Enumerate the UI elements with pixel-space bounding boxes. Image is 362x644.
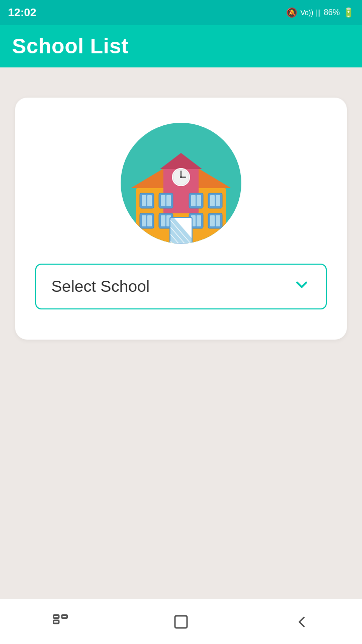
chevron-down-icon — [293, 276, 311, 297]
svg-rect-12 — [147, 195, 152, 206]
home-button[interactable] — [157, 608, 205, 636]
svg-rect-21 — [216, 195, 220, 206]
app-bar-title: School List — [12, 34, 129, 58]
svg-rect-14 — [161, 195, 165, 206]
svg-rect-32 — [210, 215, 215, 226]
svg-rect-23 — [142, 215, 146, 226]
back-icon — [293, 613, 311, 631]
svg-rect-11 — [142, 195, 146, 206]
main-content: Select School — [0, 67, 362, 599]
home-icon — [172, 613, 190, 631]
svg-rect-15 — [166, 195, 171, 206]
svg-rect-26 — [161, 215, 165, 226]
battery-icon: 🔋 — [343, 7, 354, 18]
svg-rect-42 — [54, 620, 59, 623]
recent-apps-button[interactable] — [36, 608, 84, 636]
battery-text: 86% — [324, 8, 340, 17]
svg-rect-44 — [175, 616, 187, 628]
select-school-label: Select School — [51, 277, 150, 296]
svg-rect-20 — [210, 195, 215, 206]
svg-marker-4 — [160, 153, 202, 169]
svg-rect-18 — [197, 195, 201, 206]
school-building-svg — [126, 143, 236, 244]
status-bar: 12:02 🔕 Vo)) ||| 86% 🔋 — [0, 0, 362, 25]
svg-rect-30 — [197, 215, 201, 226]
svg-rect-33 — [216, 215, 220, 226]
school-illustration — [121, 123, 241, 244]
navigation-bar — [0, 599, 362, 644]
notification-icon: 🔕 — [286, 7, 297, 18]
svg-rect-17 — [191, 195, 196, 206]
back-button[interactable] — [278, 608, 326, 636]
status-icons: 🔕 Vo)) ||| 86% 🔋 — [286, 7, 354, 18]
svg-rect-24 — [147, 215, 152, 226]
signal-icon: Vo)) ||| — [300, 9, 320, 17]
status-time: 12:02 — [8, 6, 36, 19]
svg-rect-41 — [54, 615, 59, 618]
svg-point-9 — [180, 176, 182, 178]
school-card: Select School — [15, 98, 347, 340]
app-bar: School List — [0, 25, 362, 67]
svg-rect-43 — [62, 615, 67, 618]
recent-icon — [51, 613, 69, 631]
select-school-dropdown[interactable]: Select School — [35, 264, 327, 309]
